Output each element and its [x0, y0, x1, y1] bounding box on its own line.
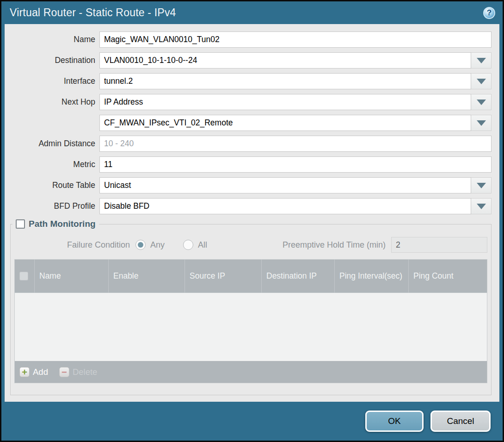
destination-dropdown-button[interactable] — [471, 52, 492, 68]
interface-dropdown-button[interactable] — [471, 73, 492, 89]
route-table-row: Route Table — [10, 177, 492, 193]
destination-label: Destination — [10, 56, 99, 65]
preemptive-hold-time-field[interactable] — [391, 237, 487, 253]
next-hop-address-field[interactable] — [99, 115, 471, 131]
table-header-row: Name Enable Source IP Destination IP Pin… — [15, 260, 487, 293]
chevron-down-icon — [477, 100, 486, 105]
table-header-ping-count[interactable]: Ping Count — [408, 260, 487, 293]
table-header-enable[interactable]: Enable — [108, 260, 184, 293]
failure-condition-label: Failure Condition — [14, 240, 135, 250]
failure-condition-radio-group: Any All — [135, 240, 207, 250]
table-header-name[interactable]: Name — [34, 260, 108, 293]
cancel-button[interactable]: Cancel — [430, 411, 491, 432]
admin-distance-row: Admin Distance — [10, 136, 492, 152]
metric-row: Metric — [10, 156, 492, 173]
next-hop-type-dropdown-button[interactable] — [471, 94, 492, 110]
chevron-down-icon — [477, 183, 486, 188]
minus-icon: − — [59, 367, 69, 377]
path-monitoring-checkbox[interactable] — [16, 219, 25, 229]
next-hop-address-row — [10, 115, 492, 131]
ok-button[interactable]: OK — [365, 411, 424, 432]
static-route-dialog: Virtual Router - Static Route - IPv4 ? N… — [0, 0, 504, 442]
route-table-label: Route Table — [10, 181, 99, 190]
table-body-empty — [15, 293, 487, 361]
admin-distance-field[interactable] — [99, 136, 492, 152]
failure-condition-any-radio[interactable] — [135, 240, 146, 250]
metric-field[interactable] — [99, 156, 492, 173]
help-icon[interactable]: ? — [483, 7, 495, 19]
delete-button[interactable]: − Delete — [59, 367, 97, 377]
dialog-frame: Virtual Router - Static Route - IPv4 ? N… — [1, 1, 503, 441]
dialog-title: Virtual Router - Static Route - IPv4 — [10, 6, 176, 19]
name-label: Name — [10, 35, 99, 44]
plus-icon: + — [19, 367, 30, 377]
table-header-destination-ip[interactable]: Destination IP — [261, 260, 334, 293]
add-button-label: Add — [33, 367, 48, 377]
add-button[interactable]: + Add — [19, 367, 48, 377]
bfd-profile-label: BFD Profile — [10, 201, 99, 211]
table-header-ping-interval[interactable]: Ping Interval(sec) — [334, 260, 408, 293]
path-monitoring-table: Name Enable Source IP Destination IP Pin… — [14, 259, 487, 383]
delete-button-label: Delete — [73, 367, 97, 377]
help-icon-glyph: ? — [487, 8, 492, 18]
failure-condition-any-label: Any — [150, 240, 165, 250]
next-hop-address-dropdown-button[interactable] — [471, 115, 492, 131]
chevron-down-icon — [477, 79, 486, 84]
next-hop-row: Next Hop — [10, 94, 492, 110]
failure-condition-any-option[interactable]: Any — [135, 240, 165, 250]
name-field[interactable] — [99, 31, 492, 48]
path-monitoring-legend: Path Monitoring — [12, 219, 99, 229]
chevron-down-icon — [477, 58, 486, 63]
name-row: Name — [10, 31, 492, 48]
preemptive-hold-time-label: Preemptive Hold Time (min) — [283, 240, 391, 250]
failure-condition-row: Failure Condition Any All Preemptive Hol… — [14, 237, 487, 253]
route-table-dropdown-button[interactable] — [471, 177, 492, 193]
interface-field[interactable] — [99, 73, 471, 89]
bfd-profile-row: BFD Profile — [10, 198, 492, 214]
titlebar: Virtual Router - Static Route - IPv4 ? — [1, 1, 503, 24]
table-footer: + Add − Delete — [15, 361, 487, 383]
route-table-field[interactable] — [99, 177, 471, 193]
metric-label: Metric — [10, 160, 99, 169]
path-monitoring-title: Path Monitoring — [29, 219, 96, 229]
failure-condition-all-option[interactable]: All — [183, 240, 207, 250]
select-all-checkbox[interactable] — [19, 272, 28, 280]
interface-row: Interface — [10, 73, 492, 89]
path-monitoring-section: Path Monitoring Failure Condition Any Al… — [10, 224, 492, 395]
failure-condition-all-label: All — [198, 240, 207, 250]
next-hop-type-field[interactable] — [99, 94, 471, 110]
interface-label: Interface — [10, 76, 99, 86]
destination-row: Destination — [10, 52, 492, 68]
cancel-button-label: Cancel — [447, 416, 474, 426]
failure-condition-all-radio[interactable] — [183, 240, 193, 250]
chevron-down-icon — [477, 204, 486, 209]
chevron-down-icon — [477, 120, 486, 126]
destination-field[interactable] — [99, 52, 471, 68]
bfd-profile-dropdown-button[interactable] — [471, 198, 492, 214]
table-header-checkbox-cell — [15, 260, 34, 293]
table-header-source-ip[interactable]: Source IP — [184, 260, 261, 293]
dialog-body: Name Destination Interface — [5, 24, 499, 402]
dialog-footer: OK Cancel — [1, 402, 503, 441]
bfd-profile-field[interactable] — [99, 198, 471, 214]
next-hop-label: Next Hop — [10, 97, 99, 107]
ok-button-label: OK — [388, 416, 400, 426]
admin-distance-label: Admin Distance — [10, 139, 99, 149]
